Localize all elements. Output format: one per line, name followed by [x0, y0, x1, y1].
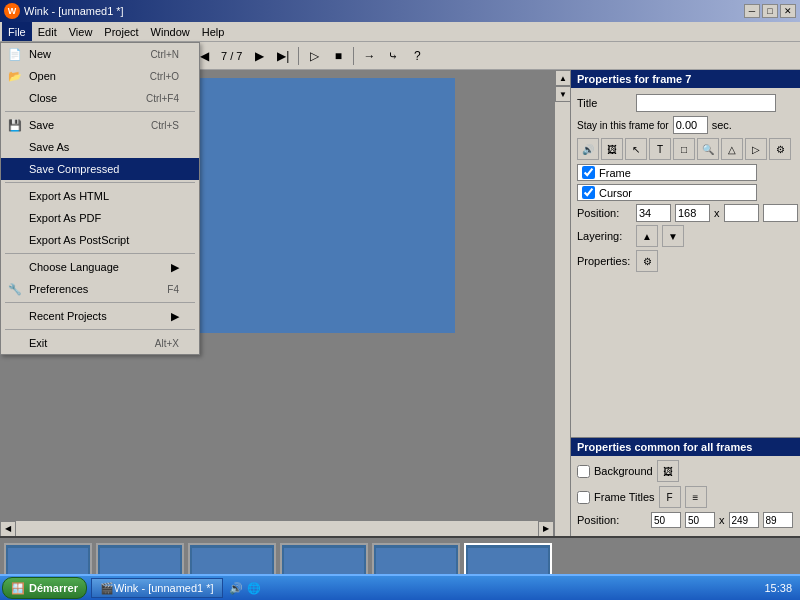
sys-icon-1[interactable]: 🔊 [229, 582, 243, 595]
frame-titles-font-button[interactable]: F [659, 486, 681, 508]
new-icon: 📄 [5, 44, 25, 64]
menu-save-as[interactable]: Save As [1, 136, 199, 158]
play-button[interactable]: ▷ [303, 45, 325, 67]
export-html-icon [5, 186, 25, 206]
common-pos-y[interactable] [685, 512, 715, 528]
save-compressed-label: Save Compressed [29, 163, 120, 175]
save-shortcut: Ctrl+S [151, 120, 179, 131]
cursor-checkbox-item: Cursor [577, 184, 757, 201]
menu-preferences[interactable]: 🔧 Preferences F4 [1, 278, 199, 300]
properties-panel: Properties for frame 7 Title Stay in thi… [570, 70, 800, 536]
menu-file[interactable]: File [2, 22, 32, 41]
frame-checkbox[interactable] [582, 166, 595, 179]
horizontal-scrollbar[interactable]: ◀ ▶ [0, 520, 554, 536]
menu-save[interactable]: 💾 Save Ctrl+S [1, 114, 199, 136]
preferences-shortcut: F4 [167, 284, 179, 295]
help-button[interactable]: ? [406, 45, 428, 67]
save-as-icon [5, 137, 25, 157]
zoom-icon[interactable]: 🔍 [697, 138, 719, 160]
sys-icon-2[interactable]: 🌐 [247, 582, 261, 595]
sep-5 [5, 329, 195, 330]
start-button[interactable]: 🪟 Démarrer [2, 577, 87, 599]
new-label: New [29, 48, 51, 60]
menu-view[interactable]: View [63, 22, 99, 41]
frame-counter: 7 / 7 [217, 50, 246, 62]
stay-input[interactable] [673, 116, 708, 134]
properties-header: Properties for frame 7 [571, 70, 800, 88]
taskbar-app-label: Wink - [unnamed1 *] [114, 582, 214, 594]
image-icon[interactable]: 🖼 [601, 138, 623, 160]
sound-icon[interactable]: 🔊 [577, 138, 599, 160]
menu-new[interactable]: 📄 New Ctrl+N [1, 43, 199, 65]
title-label: Title [577, 97, 632, 109]
save-compressed-icon [5, 159, 25, 179]
scroll-up-button[interactable]: ▲ [555, 70, 570, 86]
frame-titles-align-button[interactable]: ≡ [685, 486, 707, 508]
video-icon[interactable]: ▷ [745, 138, 767, 160]
pos-x-input[interactable] [636, 204, 671, 222]
menu-export-html[interactable]: Export As HTML [1, 185, 199, 207]
properties-icon-button[interactable]: ⚙ [636, 250, 658, 272]
title-bar-controls: ─ □ ✕ [744, 4, 796, 18]
position-label: Position: [577, 207, 632, 219]
common-pos-w[interactable] [729, 512, 759, 528]
sep-4 [5, 302, 195, 303]
background-image-button[interactable]: 🖼 [657, 460, 679, 482]
save-label: Save [29, 119, 54, 131]
menu-recent[interactable]: Recent Projects ▶ [1, 305, 199, 327]
scroll-left-button[interactable]: ◀ [0, 521, 16, 537]
vertical-scrollbar[interactable]: ▲ ▼ [554, 70, 570, 536]
button-icon[interactable]: □ [673, 138, 695, 160]
menu-edit[interactable]: Edit [32, 22, 63, 41]
taskbar-app-button[interactable]: 🎬 Wink - [unnamed1 *] [91, 578, 223, 598]
menu-bar: File Edit View Project Window Help [0, 22, 800, 42]
extra-icon[interactable]: ⚙ [769, 138, 791, 160]
properties-row: Properties: ⚙ [577, 250, 794, 272]
pos-h-input[interactable] [763, 204, 798, 222]
menu-export-ps[interactable]: Export As PostScript [1, 229, 199, 251]
menu-close[interactable]: Close Ctrl+F4 [1, 87, 199, 109]
layering-label: Layering: [577, 230, 632, 242]
text-icon[interactable]: T [649, 138, 671, 160]
menu-exit[interactable]: Exit Alt+X [1, 332, 199, 354]
common-pos-x[interactable] [651, 512, 681, 528]
export-html-label: Export As HTML [29, 190, 109, 202]
menu-project[interactable]: Project [98, 22, 144, 41]
menu-open[interactable]: 📂 Open Ctrl+O [1, 65, 199, 87]
go-end-button[interactable]: ▶| [272, 45, 294, 67]
menu-help[interactable]: Help [196, 22, 231, 41]
menu-export-pdf[interactable]: Export As PDF [1, 207, 199, 229]
frame-label: Frame [599, 167, 631, 179]
export-button[interactable]: → [358, 45, 380, 67]
title-text: Wink - [unnamed1 *] [24, 5, 124, 17]
windows-icon: 🪟 [11, 582, 25, 595]
preferences-icon: 🔧 [5, 279, 25, 299]
scroll-right-button[interactable]: ▶ [538, 521, 554, 537]
stay-label: Stay in this frame for [577, 120, 669, 131]
export2-button[interactable]: ⤷ [382, 45, 404, 67]
toolbar-sep-5 [353, 47, 354, 65]
layer-down-button[interactable]: ▼ [662, 225, 684, 247]
common-pos-h[interactable] [763, 512, 793, 528]
maximize-button[interactable]: □ [762, 4, 778, 18]
close-button[interactable]: ✕ [780, 4, 796, 18]
cursor-icon[interactable]: ↖ [625, 138, 647, 160]
minimize-button[interactable]: ─ [744, 4, 760, 18]
stop-button[interactable]: ■ [327, 45, 349, 67]
menu-language[interactable]: Choose Language ▶ [1, 256, 199, 278]
next-button[interactable]: ▶ [248, 45, 270, 67]
pos-y-input[interactable] [675, 204, 710, 222]
sep-2 [5, 182, 195, 183]
scroll-down-button[interactable]: ▼ [555, 86, 570, 102]
cursor-checkbox[interactable] [582, 186, 595, 199]
frame-titles-checkbox[interactable] [577, 491, 590, 504]
pos-w-input[interactable] [724, 204, 759, 222]
shape-icon[interactable]: △ [721, 138, 743, 160]
background-checkbox[interactable] [577, 465, 590, 478]
menu-window[interactable]: Window [145, 22, 196, 41]
menu-save-compressed[interactable]: Save Compressed [1, 158, 199, 180]
title-input[interactable] [636, 94, 776, 112]
layer-up-button[interactable]: ▲ [636, 225, 658, 247]
taskbar-clock: 15:38 [756, 582, 800, 594]
export-pdf-label: Export As PDF [29, 212, 101, 224]
